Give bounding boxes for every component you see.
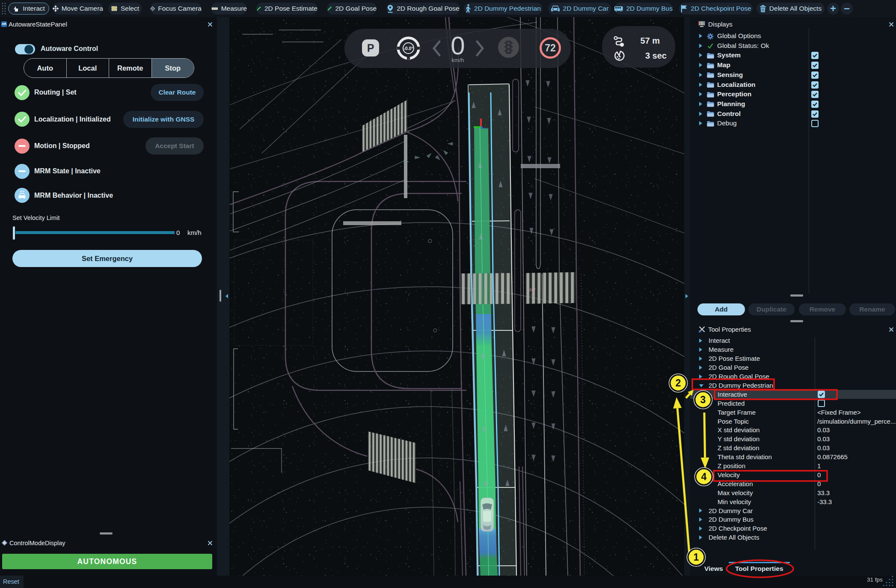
svg-text:2: 2: [676, 377, 681, 389]
svg-text:4: 4: [701, 471, 707, 482]
svg-text:1: 1: [694, 552, 699, 563]
svg-text:3: 3: [700, 394, 706, 405]
